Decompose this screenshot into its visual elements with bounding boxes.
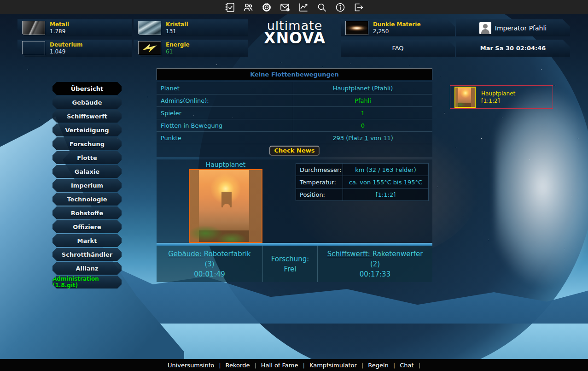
server-datetime: Mar Sa 30 02:04:46 xyxy=(480,45,546,52)
energie-icon xyxy=(138,41,161,55)
sidebar-item-allianz[interactable]: Allianz xyxy=(52,262,122,275)
statistics-icon[interactable] xyxy=(298,2,309,13)
planet-thumbnail[interactable] xyxy=(454,87,476,108)
sidebar-menu: Übersicht Gebäude Schiffswerft Verteidig… xyxy=(52,82,122,289)
planet-link[interactable]: Hauptplanet (Pfahli) xyxy=(333,85,393,92)
resource-box-deuterium[interactable]: Deuterium 1.049 xyxy=(17,40,132,57)
footer-bar: Universumsinfo| Rekorde| Hall of Fame| K… xyxy=(0,359,588,371)
footer-link-universumsinfo[interactable]: Universumsinfo xyxy=(168,362,214,369)
forschung-label: Forschung: xyxy=(271,254,309,264)
faq-label: FAQ xyxy=(392,45,403,52)
sidebar-item-schrotthaendler[interactable]: Schrotthändler xyxy=(52,248,122,261)
footer-separator: | xyxy=(361,362,363,369)
resource-box-metall[interactable]: Metall 1.789 xyxy=(17,19,132,36)
admins-online-value: Pfahli xyxy=(355,97,371,104)
footer-link-regeln[interactable]: Regeln xyxy=(368,362,389,369)
kristall-value: 131 xyxy=(166,28,188,35)
research-queue-cell: Forschung: Frei xyxy=(262,246,318,282)
main-content: Keine Flottenbewegungen Planet Hauptplan… xyxy=(157,68,432,282)
footer-separator: | xyxy=(254,362,256,369)
rank-link[interactable]: 1 xyxy=(365,135,368,141)
sidebar-item-uebersicht[interactable]: Übersicht xyxy=(52,82,122,95)
check-news-button[interactable]: Check News xyxy=(269,146,320,156)
resource-box-dunkle-materie[interactable]: Dunkle Materie 2,250 xyxy=(341,19,455,36)
detail-label: Temperatur: xyxy=(296,176,343,188)
table-row-planet: Planet Hauptplanet (Pfahli) xyxy=(157,82,432,94)
fleet-movements-header: Keine Flottenbewegungen xyxy=(157,68,432,80)
table-row-spieler: Spieler 1 xyxy=(157,107,432,119)
forschung-status: Frei xyxy=(284,264,297,274)
durchmesser-value: km (32 / 163 Felder) xyxy=(343,164,428,176)
shipyard-count: (2) xyxy=(370,259,380,269)
shipyard-timer: 00:17:33 xyxy=(360,269,390,279)
planet-selector[interactable]: Hauptplanet [1:1:2] xyxy=(450,85,553,109)
planet-image[interactable] xyxy=(189,169,262,243)
detail-label: Position: xyxy=(296,188,343,200)
footer-separator: | xyxy=(219,362,221,369)
sidebar-item-technologie[interactable]: Technologie xyxy=(52,193,122,206)
gebaeude-queue-link[interactable]: Gebäude: xyxy=(168,250,204,258)
overview-table: Planet Hauptplanet (Pfahli) Admins(Onlin… xyxy=(157,82,432,157)
punkte-value-prefix: 293 (Platz xyxy=(332,135,365,141)
sidebar-item-gebaeude[interactable]: Gebäude xyxy=(52,96,122,109)
sidebar-item-administration[interactable]: Administration (1.8.git) xyxy=(52,276,122,289)
planet-title: Hauptplanet xyxy=(157,161,295,168)
kristall-label: Kristall xyxy=(166,21,188,28)
row-label: Planet xyxy=(157,82,293,94)
detail-label: Durchmesser: xyxy=(296,164,343,176)
player-box[interactable]: Imperator Pfahli xyxy=(456,19,570,36)
table-row-temperatur: Temperatur: ca. von 155°C bis 195°C xyxy=(296,176,428,188)
players-icon[interactable] xyxy=(243,2,254,13)
schiffswerft-queue-link[interactable]: Schiffswerft: xyxy=(327,250,373,258)
settings-icon[interactable] xyxy=(261,2,272,13)
player-avatar-icon xyxy=(479,22,491,34)
sidebar-item-rohstoffe[interactable]: Rohstoffe xyxy=(52,206,122,219)
sidebar-item-schiffswerft[interactable]: Schiffswerft xyxy=(52,110,122,123)
dunkle-materie-label: Dunkle Materie xyxy=(373,21,421,28)
temperatur-value: ca. von 155°C bis 195°C xyxy=(343,176,428,188)
check-news-row: Check News xyxy=(157,144,432,157)
energie-label: Energie xyxy=(166,41,190,48)
deuterium-icon xyxy=(22,41,45,55)
search-icon[interactable] xyxy=(316,2,327,13)
footer-link-rekorde[interactable]: Rekorde xyxy=(226,362,250,369)
resource-box-energie[interactable]: Energie 61 xyxy=(134,40,248,57)
planet-overview-section: Hauptplanet Durchmesser: km (32 / 163 Fe… xyxy=(157,159,432,243)
sidebar-item-galaxie[interactable]: Galaxie xyxy=(52,165,122,178)
footer-link-hall-of-fame[interactable]: Hall of Fame xyxy=(261,362,298,369)
sidebar-item-offiziere[interactable]: Offiziere xyxy=(52,220,122,233)
top-icon-bar xyxy=(0,0,588,14)
flotten-value: 0 xyxy=(361,122,365,129)
selector-planet-coords: [1:1:2] xyxy=(481,97,515,105)
sidebar-item-markt[interactable]: Markt xyxy=(52,234,122,247)
info-icon[interactable] xyxy=(335,2,346,13)
sidebar-item-forschung[interactable]: Forschung xyxy=(52,137,122,150)
table-row-durchmesser: Durchmesser: km (32 / 163 Felder) xyxy=(296,164,428,176)
messages-icon[interactable] xyxy=(279,2,291,13)
faq-button[interactable]: FAQ xyxy=(341,40,455,57)
sidebar-item-flotte[interactable]: Flotte xyxy=(52,151,122,164)
building-name: Roboterfabrik xyxy=(204,250,251,258)
table-row-flotten: Flotten in Bewegung 0 xyxy=(157,119,432,132)
dunkle-materie-value: 2,250 xyxy=(373,28,421,35)
selector-planet-name: Hauptplanet xyxy=(481,90,515,97)
row-label: Flotten in Bewegung xyxy=(157,119,293,131)
planet-detail-table: Durchmesser: km (32 / 163 Felder) Temper… xyxy=(296,163,429,201)
footer-link-kampfsimulator[interactable]: Kampfsimulator xyxy=(309,362,357,369)
row-label: Punkte xyxy=(157,132,293,144)
sidebar-item-imperium[interactable]: Imperium xyxy=(52,179,122,192)
sidebar-item-verteidigung[interactable]: Verteidigung xyxy=(52,124,122,136)
metall-label: Metall xyxy=(50,21,69,28)
footer-separator: | xyxy=(393,362,395,369)
deuterium-value: 1.049 xyxy=(50,48,83,55)
energie-value: 61 xyxy=(166,48,190,55)
queue-status-bar: Gebäude: Roboterfabrik (3) 00:01:49 Fors… xyxy=(157,246,432,282)
game-logo[interactable]: ultimate XNOVA xyxy=(251,19,338,45)
footer-separator: | xyxy=(303,362,305,369)
resource-box-kristall[interactable]: Kristall 131 xyxy=(134,19,248,36)
punkte-value-suffix: von 11) xyxy=(368,135,393,141)
footer-link-chat[interactable]: Chat xyxy=(400,362,413,369)
logout-icon[interactable] xyxy=(353,2,364,13)
lightning-bolt-icon xyxy=(142,42,157,54)
tasks-icon[interactable] xyxy=(224,2,235,13)
